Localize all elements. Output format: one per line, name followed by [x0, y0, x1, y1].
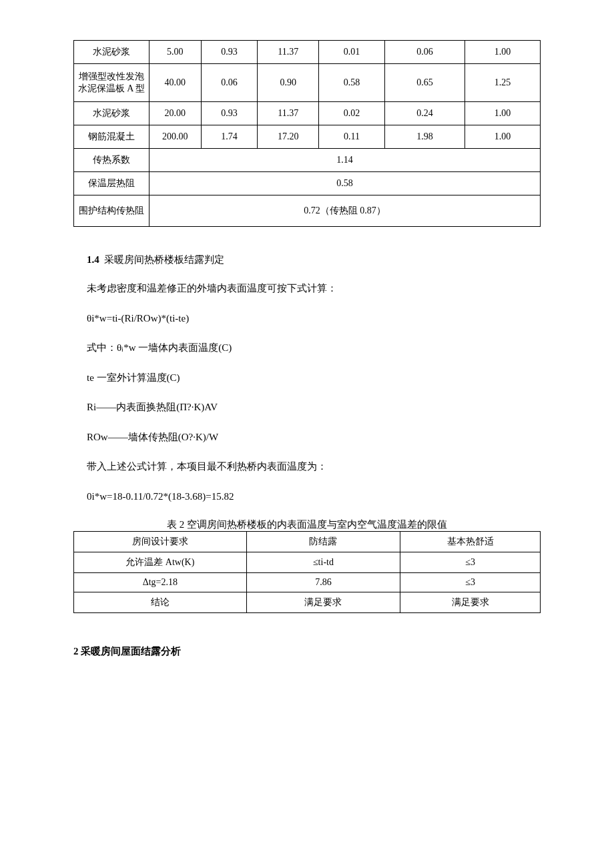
cell: Δtg=2.18	[74, 573, 247, 592]
table-row: 水泥砂浆 5.00 0.93 11.37 0.01 0.06 1.00	[74, 41, 541, 64]
summary-label: 保温层热阻	[74, 172, 149, 195]
cell: 0.58	[319, 64, 385, 102]
table-2-caption: 表 2 空调房间热桥楼板的内表面温度与室内空气温度温差的限值	[73, 518, 541, 531]
cell: ≤3	[400, 573, 541, 592]
paragraph: 未考虑密度和温差修正的外墙内表面温度可按下式计算：	[73, 281, 541, 296]
paragraph: Ri——内表面换热阻(Π?·K)AV	[73, 400, 541, 415]
cell: 11.37	[258, 102, 319, 125]
cell: ≤ti-td	[246, 552, 400, 573]
material-layers-table: 水泥砂浆 5.00 0.93 11.37 0.01 0.06 1.00 增强型改…	[73, 40, 541, 227]
summary-value: 0.72（传热阻 0.87）	[149, 195, 540, 227]
section-2-heading: 2 采暖房间屋面结露分析	[73, 644, 541, 659]
cell: 满足要求	[400, 592, 541, 613]
cell: 1.25	[465, 64, 540, 102]
cell: 17.20	[258, 125, 319, 149]
cell: 1.00	[465, 102, 540, 125]
summary-value: 0.58	[149, 172, 540, 195]
cell: 7.86	[246, 573, 400, 592]
cell-material: 钢筋混凝土	[74, 125, 149, 149]
table-row: 结论 满足要求 满足要求	[74, 592, 541, 613]
cell: 0.11	[319, 125, 385, 149]
table-row: 钢筋混凝土 200.00 1.74 17.20 0.11 1.98 1.00	[74, 125, 541, 149]
cell: 1.00	[465, 125, 540, 149]
cell: 0.90	[258, 64, 319, 102]
cell: 5.00	[149, 41, 201, 64]
cell: 1.98	[384, 125, 465, 149]
summary-row: 保温层热阻 0.58	[74, 172, 541, 195]
cell: 1.74	[201, 125, 258, 149]
summary-label: 围护结构传热阻	[74, 195, 149, 227]
cell: 20.00	[149, 102, 201, 125]
cell: 房间设计要求	[74, 532, 247, 552]
summary-label: 传热系数	[74, 149, 149, 172]
cell: 0.01	[319, 41, 385, 64]
table-row: 水泥砂浆 20.00 0.93 11.37 0.02 0.24 1.00	[74, 102, 541, 125]
summary-value: 1.14	[149, 149, 540, 172]
summary-row: 围护结构传热阻 0.72（传热阻 0.87）	[74, 195, 541, 227]
cell: 0.93	[201, 102, 258, 125]
cell: ≤3	[400, 552, 541, 573]
table-row: Δtg=2.18 7.86 ≤3	[74, 573, 541, 592]
section-number: 1.4	[87, 254, 99, 265]
cell: 1.00	[465, 41, 540, 64]
paragraph: θi*w=ti-(Ri/ROw)*(ti-te)	[73, 311, 541, 326]
cell-material: 水泥砂浆	[74, 102, 149, 125]
cell: 0.06	[201, 64, 258, 102]
paragraph: 带入上述公式计算，本项目最不利热桥内表面温度为：	[73, 459, 541, 474]
cell: 0.65	[384, 64, 465, 102]
section-title-text: 采暖房间热桥楼板结露判定	[104, 254, 224, 265]
paragraph: ROw——墙体传热阻(O?·K)/W	[73, 430, 541, 445]
cell: 结论	[74, 592, 247, 613]
table-row: 允许温差 Atw(K) ≤ti-td ≤3	[74, 552, 541, 573]
summary-row: 传热系数 1.14	[74, 149, 541, 172]
cell: 11.37	[258, 41, 319, 64]
cell: 0.93	[201, 41, 258, 64]
cell: 满足要求	[246, 592, 400, 613]
cell: 40.00	[149, 64, 201, 102]
cell: 0.02	[319, 102, 385, 125]
cell: 防结露	[246, 532, 400, 552]
cell: 0.24	[384, 102, 465, 125]
paragraph: te 一室外计算温度(C)	[73, 370, 541, 386]
table-row: 增强型改性发泡水泥保温板 A 型 40.00 0.06 0.90 0.58 0.…	[74, 64, 541, 102]
paragraph: 式中：θᵢ*w 一墙体内表面温度(C)	[73, 340, 541, 356]
cell: 0.06	[384, 41, 465, 64]
section-1-4-heading: 1.4 采暖房间热桥楼板结露判定	[73, 254, 541, 266]
cell: 允许温差 Atw(K)	[74, 552, 247, 573]
cell: 200.00	[149, 125, 201, 149]
paragraph: 0i*w=18-0.11/0.72*(18-3.68)=15.82	[73, 489, 541, 504]
cell-material: 水泥砂浆	[74, 41, 149, 64]
cell-material: 增强型改性发泡水泥保温板 A 型	[74, 64, 149, 102]
table-row: 房间设计要求 防结露 基本热舒适	[74, 532, 541, 552]
cell: 基本热舒适	[400, 532, 541, 552]
temperature-limit-table: 房间设计要求 防结露 基本热舒适 允许温差 Atw(K) ≤ti-td ≤3 Δ…	[73, 531, 541, 613]
